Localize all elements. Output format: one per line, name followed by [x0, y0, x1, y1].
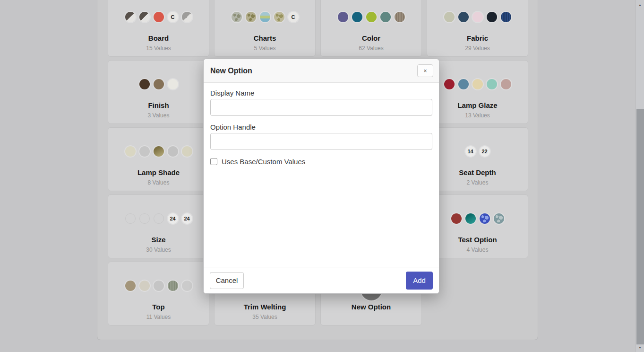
option-card-charts[interactable]: CCharts5 Values — [214, 0, 316, 57]
outline-swatch — [139, 213, 150, 224]
letter-c-swatch: C — [168, 12, 178, 22]
close-icon: × — [423, 68, 427, 74]
solid-swatch — [182, 281, 192, 291]
card-title: Lamp Glaze — [427, 101, 528, 109]
solid-swatch — [125, 146, 136, 157]
uses-base-custom-label: Uses Base/Custom Values — [222, 158, 305, 166]
card-title: Size — [108, 236, 209, 244]
solid-swatch — [366, 12, 377, 22]
card-title: Charts — [215, 34, 315, 42]
scrollbar-thumb[interactable] — [636, 109, 644, 344]
swatch-row: 1422 — [427, 146, 528, 157]
card-value-count: 62 Values — [321, 45, 421, 52]
card-title: Test Option — [427, 236, 528, 244]
duo-swatch — [154, 146, 164, 157]
option-card-lamp-shade[interactable]: Lamp Shade8 Values — [108, 127, 209, 191]
solid-swatch — [444, 12, 455, 22]
card-title: New Option — [321, 303, 421, 311]
solid-swatch — [352, 12, 362, 22]
option-card-finish[interactable]: Finish3 Values — [108, 60, 209, 124]
half-swatch — [139, 12, 150, 22]
solid-swatch — [451, 213, 462, 224]
card-value-count: 3 Values — [108, 112, 209, 119]
solid-swatch — [139, 281, 150, 291]
solid-swatch — [139, 146, 150, 157]
swatch-row — [108, 281, 209, 291]
card-value-count: 4 Values — [427, 246, 528, 253]
card-value-count: 29 Values — [427, 45, 528, 52]
solid-swatch — [125, 281, 136, 291]
add-button[interactable]: Add — [406, 272, 433, 290]
option-handle-input[interactable] — [210, 133, 432, 150]
card-value-count: 11 Values — [108, 314, 209, 320]
swatch-row — [427, 79, 528, 89]
half-swatch — [182, 12, 192, 22]
vertical-scrollbar: ▲ ▼ — [635, 0, 644, 352]
duo-swatch — [465, 213, 476, 224]
swatch-row: C — [108, 12, 209, 22]
solid-swatch — [380, 12, 391, 22]
scroll-down-icon[interactable]: ▼ — [636, 343, 644, 351]
speckle-swatch — [494, 213, 504, 224]
solid-swatch — [168, 79, 178, 89]
solid-swatch — [338, 12, 348, 22]
scroll-up-icon[interactable]: ▲ — [636, 1, 644, 9]
solid-swatch — [182, 146, 192, 157]
solid-swatch — [168, 146, 178, 157]
modal-footer: Cancel Add — [204, 267, 439, 293]
option-card-color[interactable]: Color62 Values — [320, 0, 422, 57]
swatch-row — [108, 79, 209, 89]
modal-header: New Option × — [204, 59, 439, 83]
swatch-row — [321, 12, 421, 22]
swatch-row — [427, 12, 528, 22]
card-value-count: 2 Values — [427, 179, 528, 186]
option-card-size[interactable]: 2424Size30 Values — [108, 194, 209, 258]
card-title: Trim Welting — [215, 303, 315, 311]
bands-swatch — [260, 12, 270, 22]
number-24-swatch: 24 — [168, 213, 178, 224]
solid-swatch — [154, 281, 164, 291]
uses-base-custom-row: Uses Base/Custom Values — [210, 158, 432, 166]
speckle-swatch — [274, 12, 284, 22]
solid-swatch — [154, 79, 164, 89]
number-22-swatch: 22 — [480, 146, 490, 157]
swatch-row: 2424 — [108, 213, 209, 224]
modal-body: Display Name Option Handle Uses Base/Cus… — [204, 83, 439, 267]
display-name-input[interactable] — [210, 99, 432, 116]
solid-swatch — [139, 79, 150, 89]
stripes-swatch — [395, 12, 405, 22]
card-value-count: 5 Values — [215, 45, 315, 52]
option-card-seat-depth[interactable]: 1422Seat Depth2 Values — [427, 127, 528, 191]
solid-swatch — [444, 79, 455, 89]
uses-base-custom-checkbox[interactable] — [210, 158, 217, 165]
modal-title: New Option — [210, 67, 252, 75]
card-title: Board — [108, 34, 209, 42]
cancel-button[interactable]: Cancel — [210, 272, 244, 289]
close-button[interactable]: × — [417, 64, 433, 77]
solid-swatch — [472, 79, 483, 89]
solid-swatch — [487, 79, 497, 89]
solid-swatch — [154, 12, 164, 22]
card-title: Top — [108, 303, 209, 311]
solid-swatch — [501, 79, 511, 89]
solid-swatch — [458, 12, 469, 22]
swatch-row — [108, 146, 209, 157]
half-swatch — [125, 12, 136, 22]
swatch-row: C — [215, 12, 315, 22]
option-card-top[interactable]: Top11 Values — [108, 262, 209, 326]
option-handle-label: Option Handle — [210, 123, 432, 131]
option-card-board[interactable]: CBoard15 Values — [108, 0, 209, 57]
solid-swatch — [487, 12, 497, 22]
card-title: Finish — [108, 101, 209, 109]
outline-swatch — [125, 213, 136, 224]
option-card-test-option[interactable]: Test Option4 Values — [427, 194, 528, 258]
speckle-swatch — [232, 12, 242, 22]
display-name-label: Display Name — [210, 89, 432, 97]
option-card-fabric[interactable]: Fabric29 Values — [427, 0, 528, 57]
card-value-count: 15 Values — [108, 45, 209, 52]
card-value-count: 8 Values — [108, 179, 209, 186]
option-card-lamp-glaze[interactable]: Lamp Glaze13 Values — [427, 60, 528, 124]
swatch-row — [427, 213, 528, 224]
new-option-modal: New Option × Display Name Option Handle … — [203, 59, 439, 294]
stripes-swatch — [501, 12, 511, 22]
